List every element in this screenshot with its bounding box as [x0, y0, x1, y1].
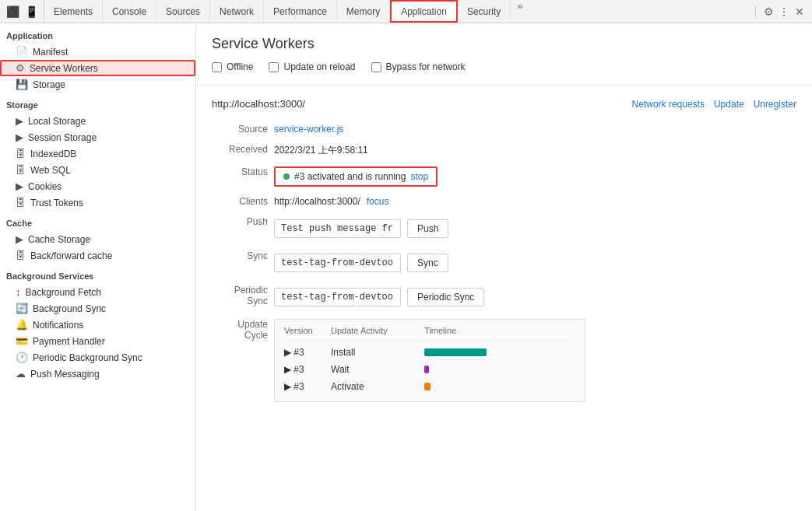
device-icon[interactable]: 📱 — [25, 5, 37, 18]
clients-value: http://localhost:3000/ focus — [274, 191, 796, 212]
notification-icon: 🔔 — [16, 319, 28, 331]
unregister-link[interactable]: Unregister — [754, 99, 796, 110]
sw-service-header: http://localhost:3000/ Network requests … — [212, 98, 796, 110]
received-value: 2022/3/21 上午9:58:11 — [274, 139, 796, 162]
content-area: Service Workers Offline Update on reload… — [196, 23, 812, 511]
uc-version-activate[interactable]: ▶ #3 — [284, 381, 331, 392]
sw-service-url: http://localhost:3000/ — [212, 98, 305, 110]
storage-icon: 💾 — [16, 79, 28, 90]
main-layout: Application 📄 Manifest ⚙ Service Workers… — [0, 23, 812, 511]
tab-elements[interactable]: Elements — [44, 0, 103, 23]
sidebar-item-web-sql[interactable]: 🗄 Web SQL — [0, 162, 195, 178]
tab-sources[interactable]: Sources — [156, 0, 210, 23]
sidebar-item-service-workers[interactable]: ⚙ Service Workers — [0, 60, 195, 76]
expand-icon: ▶ — [16, 115, 23, 127]
db-icon: 🗄 — [16, 148, 26, 159]
cache-icon: 🗄 — [16, 250, 26, 261]
update-cycle-field: Version Update Activity Timeline ▶ #3 In… — [274, 314, 796, 407]
sidebar-item-background-fetch[interactable]: ↕ Background Fetch — [0, 284, 195, 300]
dock-icon[interactable]: ⬛ — [6, 5, 19, 18]
offline-label: Offline — [227, 61, 253, 72]
sidebar-item-storage[interactable]: 💾 Storage — [0, 76, 195, 93]
focus-link[interactable]: focus — [367, 196, 389, 207]
sidebar-item-periodic-background-sync[interactable]: 🕐 Periodic Background Sync — [0, 349, 195, 366]
uc-activity-wait: Wait — [331, 364, 424, 375]
sidebar-item-indexeddb[interactable]: 🗄 IndexedDB — [0, 145, 195, 162]
sync-input[interactable] — [274, 254, 401, 272]
sw-service-entry: http://localhost:3000/ Network requests … — [196, 86, 812, 419]
network-requests-link[interactable]: Network requests — [632, 99, 705, 110]
source-link[interactable]: service-worker.js — [274, 124, 343, 135]
toolbar-icons: ⬛ 📱 — [0, 0, 44, 23]
sync-button[interactable]: Sync — [407, 254, 448, 272]
push-input[interactable] — [274, 219, 401, 238]
more-tabs-button[interactable]: » — [511, 0, 529, 23]
more-options-icon[interactable]: ⋮ — [778, 5, 790, 18]
status-text: #3 activated and is running — [294, 171, 406, 182]
sidebar-item-cache-storage[interactable]: ▶ Cache Storage — [0, 231, 195, 247]
sync-label: Sync — [212, 246, 274, 280]
sidebar-item-session-storage[interactable]: ▶ Session Storage — [0, 129, 195, 145]
uc-version-wait[interactable]: ▶ #3 — [284, 364, 331, 375]
sidebar-item-notifications[interactable]: 🔔 Notifications — [0, 317, 195, 333]
source-label: Source — [212, 119, 274, 139]
update-on-reload-checkbox[interactable] — [269, 62, 279, 72]
sql-icon: 🗄 — [16, 164, 26, 176]
periodic-sync-field: Periodic Sync — [274, 280, 796, 314]
sidebar-item-manifest[interactable]: 📄 Manifest — [0, 44, 195, 60]
token-icon: 🗄 — [16, 197, 26, 208]
sidebar-item-local-storage[interactable]: ▶ Local Storage — [0, 113, 195, 129]
uc-version-install[interactable]: ▶ #3 — [284, 347, 331, 358]
tab-performance[interactable]: Performance — [264, 0, 337, 23]
periodic-sync-button[interactable]: Periodic Sync — [407, 288, 484, 306]
toolbar-right: ⚙ ⋮ ✕ — [755, 5, 812, 18]
settings-icon[interactable]: ⚙ — [762, 5, 775, 18]
tab-network[interactable]: Network — [210, 0, 264, 23]
sidebar-item-payment-handler[interactable]: 💳 Payment Handler — [0, 333, 195, 349]
push-icon: ☁ — [16, 368, 26, 380]
tab-security[interactable]: Security — [458, 0, 511, 23]
stop-link[interactable]: stop — [410, 171, 428, 182]
sidebar-item-background-sync[interactable]: 🔄 Background Sync — [0, 300, 195, 317]
expand-icon-4: ▶ — [16, 233, 23, 245]
push-input-row: Push — [274, 216, 448, 241]
uc-col-activity: Update Activity — [331, 326, 424, 335]
uc-timeline-install — [424, 348, 487, 356]
toolbar-tabs: Elements Console Sources Network Perform… — [44, 0, 755, 23]
periodic-sync-input[interactable] — [274, 288, 401, 306]
push-field: Push — [274, 212, 796, 246]
sw-options-bar: Offline Update on reload Bypass for netw… — [196, 61, 812, 86]
sync-field: Sync — [274, 246, 796, 280]
uc-col-timeline: Timeline — [424, 326, 575, 335]
status-field: #3 activated and is running stop — [274, 162, 796, 191]
uc-col-version: Version — [284, 326, 331, 335]
sync-input-row: Sync — [274, 250, 448, 275]
offline-option[interactable]: Offline — [212, 61, 253, 72]
received-label: Received — [212, 139, 274, 162]
tab-application[interactable]: Application — [390, 0, 458, 23]
update-link[interactable]: Update — [714, 99, 744, 110]
uc-timeline-activate — [424, 383, 431, 390]
tab-console[interactable]: Console — [103, 0, 156, 23]
sidebar-section-background: Background Services — [0, 267, 195, 284]
bypass-for-network-option[interactable]: Bypass for network — [371, 61, 466, 72]
uc-timeline-wait — [424, 366, 429, 373]
document-icon: 📄 — [16, 46, 28, 58]
sidebar: Application 📄 Manifest ⚙ Service Workers… — [0, 23, 196, 511]
sidebar-item-cookies[interactable]: ▶ Cookies — [0, 178, 195, 194]
sidebar-section-storage: Storage — [0, 96, 195, 113]
sidebar-section-cache: Cache — [0, 214, 195, 231]
bypass-for-network-checkbox[interactable] — [371, 62, 381, 72]
bypass-for-network-label: Bypass for network — [386, 61, 466, 72]
push-button[interactable]: Push — [407, 219, 448, 238]
push-label: Push — [212, 212, 274, 246]
sidebar-item-back-forward[interactable]: 🗄 Back/forward cache — [0, 247, 195, 264]
tab-memory[interactable]: Memory — [337, 0, 390, 23]
close-icon[interactable]: ✕ — [793, 5, 806, 18]
offline-checkbox[interactable] — [212, 62, 222, 72]
sidebar-item-trust-tokens[interactable]: 🗄 Trust Tokens — [0, 194, 195, 211]
sidebar-item-push-messaging[interactable]: ☁ Push Messaging — [0, 366, 195, 382]
uc-row-activate: ▶ #3 Activate — [284, 378, 575, 395]
update-on-reload-option[interactable]: Update on reload — [269, 61, 355, 72]
sw-service-actions: Network requests Update Unregister — [632, 99, 796, 110]
